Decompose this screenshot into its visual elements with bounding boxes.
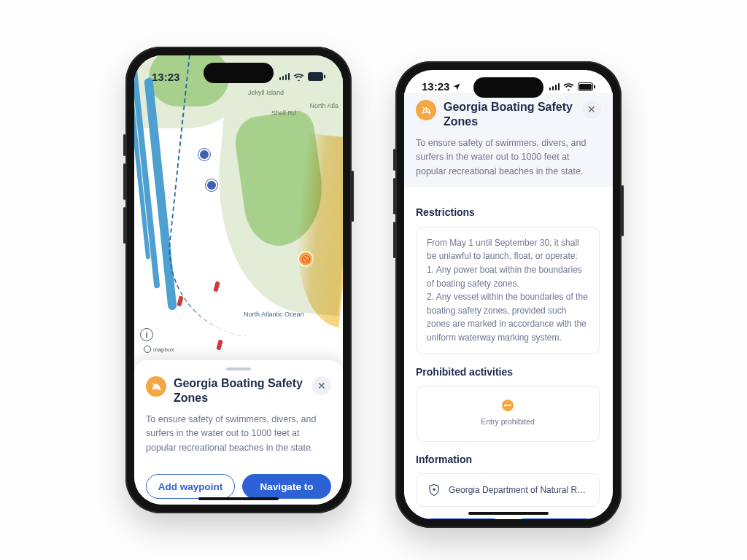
navigate-to-button[interactable]: Navigate to <box>512 518 601 519</box>
restrictions-heading: Restrictions <box>416 205 600 221</box>
phone-screen-right: 13:23 Georg <box>404 70 613 519</box>
add-waypoint-button[interactable]: Add waypoint <box>146 474 235 499</box>
zone-icon <box>146 376 166 397</box>
sheet-drag-handle[interactable] <box>226 368 251 370</box>
map-label-road: Shell Rd <box>271 109 296 117</box>
zone-pin-icon[interactable]: 🚫 <box>299 252 312 265</box>
map-label-ocean: North Atlantic Ocean <box>244 311 304 318</box>
information-heading: Information <box>416 452 600 468</box>
battery-icon <box>308 72 325 81</box>
wifi-icon <box>563 82 574 90</box>
svg-rect-4 <box>594 85 595 88</box>
channel-marker-icon <box>198 149 210 160</box>
map-info-button[interactable]: i <box>140 328 153 341</box>
nautical-map[interactable]: 🚫 Jekyll Island Shell Rd North Atla Nort… <box>134 55 343 360</box>
phone-frame-right: 13:23 Georg <box>395 61 622 528</box>
navigate-to-button[interactable]: Navigate to <box>242 474 331 499</box>
zone-title: Georgia Boating Safety Zones <box>444 100 575 129</box>
svg-point-6 <box>433 489 435 491</box>
cellular-signal-icon <box>549 83 560 90</box>
prohibited-item-label: Entry prohibited <box>481 416 535 427</box>
close-icon: ✕ <box>587 104 596 115</box>
shield-icon <box>427 483 441 497</box>
wifi-icon <box>293 73 304 81</box>
prohibited-card: Entry prohibited <box>416 386 600 441</box>
location-services-icon <box>452 82 461 91</box>
information-source-label: Georgia Department of Natural Resou… <box>449 483 589 497</box>
restrictions-card: From May 1 until September 30, it shall … <box>416 227 600 354</box>
zone-detail-scroll[interactable]: Restrictions From May 1 until September … <box>416 195 601 507</box>
sheet-actions: Add waypoint Navigate to <box>146 467 331 499</box>
home-indicator[interactable] <box>468 512 549 515</box>
map-label-north-atla: North Atla <box>309 102 338 109</box>
zone-sheet[interactable]: Georgia Boating Safety Zones ✕ To ensure… <box>134 360 343 505</box>
prohibited-heading: Prohibited activities <box>416 365 600 381</box>
svg-rect-5 <box>579 84 592 90</box>
home-indicator[interactable] <box>198 497 279 500</box>
zone-summary: To ensure safety of swimmers, divers, an… <box>146 413 331 462</box>
zone-title: Georgia Boating Safety Zones <box>174 376 305 405</box>
phone-screen-left: 13:23 <box>134 55 343 505</box>
battery-icon <box>578 82 595 91</box>
close-icon: ✕ <box>317 380 326 392</box>
add-waypoint-button[interactable]: Add waypoint <box>416 518 505 519</box>
close-button[interactable]: ✕ <box>312 376 331 395</box>
information-source-row[interactable]: Georgia Department of Natural Resou… <box>416 473 600 507</box>
svg-rect-1 <box>324 75 325 79</box>
status-time: 13:23 <box>422 80 449 93</box>
zone-summary: To ensure safety of swimmers, divers, an… <box>416 136 601 179</box>
phone-frame-left: 13:23 <box>125 47 352 513</box>
dynamic-island <box>473 77 543 98</box>
map-attribution[interactable]: mapbox <box>140 344 177 354</box>
map-label-island: Jekyll Island <box>248 89 284 96</box>
dynamic-island <box>204 63 274 83</box>
zone-detail-sheet: Georgia Boating Safety Zones ✕ To ensure… <box>404 93 613 519</box>
close-button[interactable]: ✕ <box>582 100 601 119</box>
cellular-signal-icon <box>279 73 290 80</box>
entry-prohibited-icon <box>502 400 514 411</box>
status-time: 13:23 <box>152 71 179 83</box>
anchor-marker-icon <box>206 179 217 191</box>
svg-rect-2 <box>309 74 322 79</box>
zone-icon <box>416 100 436 120</box>
